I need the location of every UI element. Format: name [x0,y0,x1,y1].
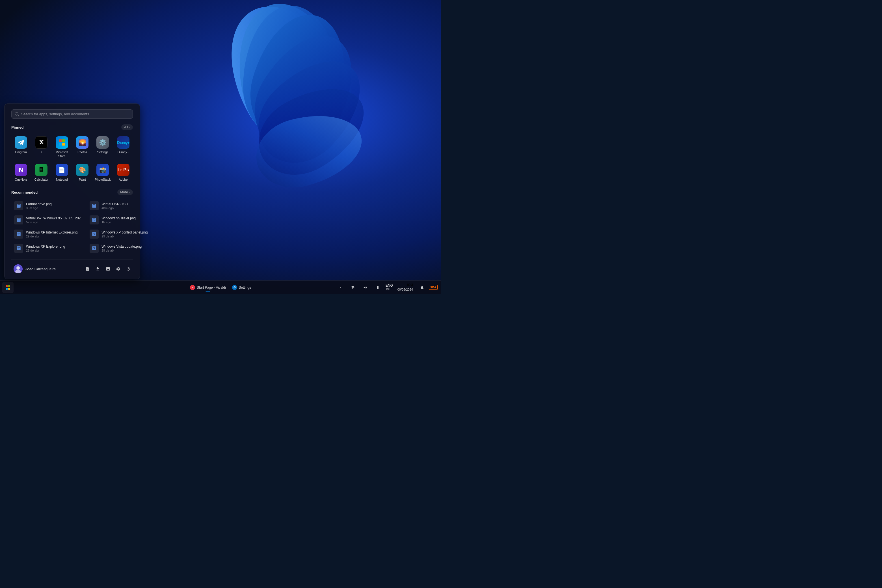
settings-taskbar-item[interactable]: ⚙ Settings [229,282,254,293]
rec-winxp-cp-time: 29 de abr [102,235,148,238]
taskbar-right: › ENG INTL 10:3 09/05/2024 [335,282,441,293]
user-bar: João Carrasqueira [11,260,133,274]
start-menu: Search for apps, settings, and documents… [4,104,140,279]
rec-item-virtualbox[interactable]: VirtualBox_Windows 95_09_05_202... 57m a… [11,213,86,227]
chevron-right-icon-2: › [129,191,130,194]
taskbar: V Start Page - Vivaldi ⚙ Settings › [0,280,441,294]
photos-icon: 🌄 [76,136,88,149]
rec-winxp-explorer-name: Windows XP Explorer.png [26,244,83,249]
pictures-button[interactable] [104,264,112,273]
photostack-label: PhotoStack [95,178,111,182]
paint-icon: 🎨 [76,164,88,176]
rec-format-drive-name: Format drive.png [26,202,83,206]
system-clock[interactable]: 10:3 09/05/2024 [395,282,415,292]
rec-winxp-ie-icon [14,230,23,238]
app-photos[interactable]: 🌄 Photos [73,134,92,160]
calculator-label: Calculator [34,178,49,182]
search-bar[interactable]: Search for apps, settings, and documents [11,110,133,119]
paint-label: Paint [79,178,86,182]
xda-badge: XDA [429,285,438,290]
app-paint[interactable]: 🎨 Paint [73,161,92,184]
svg-rect-2 [59,143,62,146]
rec-format-drive-info: Format drive.png 35m ago [26,202,83,210]
app-unigram[interactable]: Unigram [11,134,30,160]
language-display[interactable]: ENG INTL [384,283,394,291]
documents-button[interactable] [83,264,92,273]
settings-taskbar-wrapper: ⚙ Settings [229,282,254,293]
rec-item-win95-osr2[interactable]: Win95 OSR2.ISO 48m ago [87,199,150,213]
language-region: INTL [386,288,392,291]
vivaldi-icon: V [190,285,195,290]
rec-item-winxp-explorer[interactable]: Windows XP Explorer.png 29 de abr [11,242,86,255]
rec-winxp-cp-name: Windows XP control panel.png [102,230,148,234]
app-calculator[interactable]: 🖩 Calculator [32,161,51,184]
photostack-icon: 📸 [96,164,109,176]
show-hidden-icons-button[interactable]: › [335,282,346,293]
svg-point-5 [16,266,20,270]
rec-format-drive-time: 35m ago [26,206,83,210]
taskbar-center-apps: V Start Page - Vivaldi ⚙ Settings [187,282,254,293]
wallpaper-petals [215,0,441,272]
rec-winvista-update-icon [90,244,99,253]
user-name: João Carrasqueira [26,267,56,271]
rec-winxp-ie-info: Windows XP Internet Explorer.png 29 de a… [26,230,83,238]
pinned-apps-grid: Unigram 𝕏 X Microsoft Store 🌄 Photos ⚙️ [11,134,133,184]
rec-winxp-explorer-icon [14,244,23,253]
app-adobe[interactable]: Lr Ps Adobe [114,161,133,184]
app-notepad[interactable]: 📄 Notepad [52,161,72,184]
rec-winvista-update-name: Windows Vista update.png [102,244,148,249]
vivaldi-taskbar-label: Start Page - Vivaldi [197,285,226,290]
calculator-icon: 🖩 [35,164,48,176]
rec-virtualbox-info: VirtualBox_Windows 95_09_05_202... 57m a… [26,216,83,224]
search-icon [15,112,19,116]
pinned-all-button[interactable]: All › [121,124,133,130]
recommended-title: Recommended [11,190,38,195]
app-onenote[interactable]: N OneNote [11,161,30,184]
rec-item-format-drive[interactable]: Format drive.png 35m ago [11,199,86,213]
rec-item-winxp-cp[interactable]: Windows XP control panel.png 29 de abr [87,227,150,241]
recommended-more-button[interactable]: More › [117,189,133,195]
power-button[interactable] [124,264,133,273]
settings-user-button[interactable] [114,264,123,273]
recommended-header: Recommended More › [11,189,133,195]
notepad-icon: 📄 [56,164,68,176]
app-disney-plus[interactable]: Disney+ Disney+ [114,134,133,160]
app-photostack[interactable]: 📸 PhotoStack [93,161,112,184]
adobe-icon: Lr Ps [117,164,129,176]
svg-rect-1 [62,140,65,142]
user-profile[interactable]: João Carrasqueira [11,263,58,274]
rec-win95-osr2-icon [90,201,99,210]
user-avatar [14,264,22,273]
chevron-right-icon: › [129,126,130,129]
x-label: X [40,150,42,154]
taskbar-left [0,282,14,293]
rec-win95-dialer-icon [90,215,99,225]
rec-virtualbox-icon [14,215,23,225]
app-settings[interactable]: ⚙️ Settings [93,134,112,160]
photos-label: Photos [78,150,87,154]
rec-winxp-ie-name: Windows XP Internet Explorer.png [26,230,83,234]
adobe-label: Adobe [119,178,128,182]
rec-win95-osr2-name: Win95 OSR2.ISO [102,202,148,206]
sound-icon[interactable] [360,282,371,293]
language-main: ENG [386,284,393,288]
notification-button[interactable] [416,282,428,293]
settings-label: Settings [97,150,108,154]
app-msstore[interactable]: Microsoft Store [52,134,72,160]
battery-icon[interactable] [372,282,383,293]
unigram-icon [15,136,27,149]
windows-logo-icon [6,285,10,290]
downloads-button[interactable] [93,264,102,273]
msstore-label: Microsoft Store [53,150,70,158]
rec-item-win95-dialer[interactable]: Windows 95 dialer.png 1h ago [87,213,150,227]
network-icon[interactable] [347,282,358,293]
onenote-icon: N [15,164,27,176]
start-button[interactable] [2,282,14,293]
app-x[interactable]: 𝕏 X [32,134,51,160]
rec-item-winvista-update[interactable]: Windows Vista update.png 29 de abr [87,242,150,255]
clock-date: 09/05/2024 [398,288,413,292]
svg-rect-0 [59,140,62,142]
settings-icon: ⚙️ [96,136,109,149]
rec-item-winxp-ie[interactable]: Windows XP Internet Explorer.png 29 de a… [11,227,86,241]
clock-time: 10:3 [398,283,413,288]
